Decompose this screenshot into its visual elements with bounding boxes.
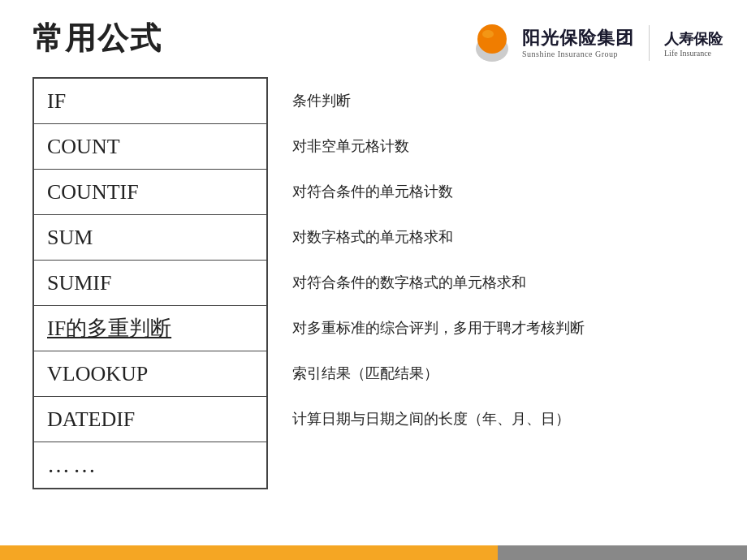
svg-point-1	[477, 24, 507, 54]
logo-text-group: 阳光保险集团 Sunshine Insurance Group	[522, 28, 634, 58]
bar-gray	[498, 545, 747, 560]
logo-area: 阳光保险集团 Sunshine Insurance Group 人寿保险 Lif…	[470, 21, 723, 65]
desc-row: 对多重标准的综合评判，多用于聘才考核判断	[292, 306, 585, 351]
formula-row: COUNT	[34, 124, 266, 170]
header: 常用公式 阳光保险集团 Sunshine Insurance Group	[0, 0, 747, 73]
logo-life-cn: 人寿保险	[664, 29, 723, 49]
formula-row: SUM	[34, 215, 266, 261]
formula-row: SUMIF	[34, 261, 266, 306]
desc-row: 计算日期与日期之间的长度（年、月、日）	[292, 397, 585, 442]
logo-life-group: 人寿保险 Life Insurance	[664, 29, 723, 58]
desc-row: 对符合条件的数字格式的单元格求和	[292, 261, 585, 306]
formula-table: IFCOUNTCOUNTIFSUMSUMIFIF的多重判断VLOOKUPDATE…	[32, 77, 268, 489]
formula-row: IF的多重判断	[34, 306, 266, 351]
formula-row: DATEDIF	[34, 397, 266, 442]
formula-row: COUNTIF	[34, 170, 266, 215]
descriptions: 条件判断对非空单元格计数对符合条件的单元格计数对数字格式的单元格求和对符合条件的…	[292, 77, 585, 489]
desc-row: 对非空单元格计数	[292, 124, 585, 170]
main-content: IFCOUNTCOUNTIFSUMSUMIFIF的多重判断VLOOKUPDATE…	[0, 77, 747, 489]
desc-row: 索引结果（匹配结果）	[292, 351, 585, 397]
logo-icon	[470, 21, 514, 65]
desc-row: 条件判断	[292, 79, 585, 124]
logo-company-en: Sunshine Insurance Group	[522, 50, 618, 58]
desc-row: 对数字格式的单元格求和	[292, 215, 585, 261]
logo-divider	[649, 25, 650, 61]
bar-orange	[0, 545, 498, 560]
bottom-bar	[0, 545, 747, 560]
page: 常用公式 阳光保险集团 Sunshine Insurance Group	[0, 0, 747, 560]
desc-row: 对符合条件的单元格计数	[292, 170, 585, 215]
svg-point-2	[482, 30, 494, 38]
formula-row: IF	[34, 79, 266, 124]
logo-company-cn: 阳光保险集团	[522, 28, 634, 49]
formula-row: VLOOKUP	[34, 351, 266, 397]
logo-life-en: Life Insurance	[664, 49, 711, 58]
desc-row	[292, 442, 585, 488]
formula-row: ……	[34, 442, 266, 488]
page-title: 常用公式	[32, 18, 162, 59]
